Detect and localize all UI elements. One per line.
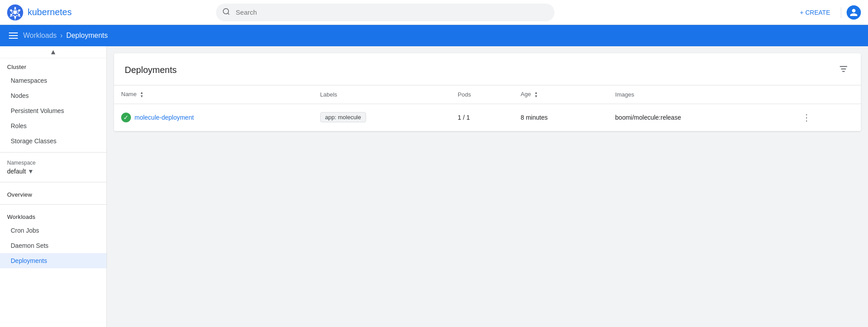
sidebar-item-nodes[interactable]: Nodes: [0, 88, 106, 103]
search-bar: [216, 4, 554, 21]
main-content: Deployments Name ▲▼: [107, 46, 868, 327]
deployments-card: Deployments Name ▲▼: [114, 53, 861, 131]
sidebar-divider-3: [0, 204, 106, 205]
breadcrumb-bar: Workloads › Deployments: [0, 25, 868, 46]
col-labels: Labels: [313, 85, 451, 104]
table-header: Name ▲▼ Labels Pods Age ▲▼: [114, 85, 861, 104]
cluster-section-header: Cluster: [0, 58, 106, 73]
search-input[interactable]: [216, 4, 554, 21]
main-layout: ▲ Cluster Namespaces Nodes Persistent Vo…: [0, 46, 868, 327]
svg-point-3: [14, 16, 16, 18]
namespace-selector: Namespace default ▼: [0, 156, 106, 178]
card-header: Deployments: [114, 53, 861, 85]
overview-section-header: Overview: [0, 186, 106, 201]
svg-point-1: [13, 11, 17, 14]
top-nav: kubernetes + CREATE: [0, 0, 868, 25]
svg-point-2: [14, 7, 16, 9]
namespace-label: Namespace: [7, 160, 99, 166]
row-menu-button[interactable]: ⋮: [799, 110, 815, 125]
col-pods: Pods: [451, 85, 513, 104]
hamburger-button[interactable]: [7, 31, 20, 40]
age-sort-arrows: ▲▼: [534, 91, 538, 98]
workloads-section-header: Workloads: [0, 208, 106, 223]
deployment-name-link[interactable]: molecule-deployment: [134, 114, 194, 121]
namespace-value: default: [7, 168, 26, 175]
breadcrumb-parent[interactable]: Workloads: [23, 32, 57, 40]
svg-point-6: [10, 14, 12, 16]
status-icon: ✓: [121, 113, 131, 122]
sidebar-item-roles[interactable]: Roles: [0, 118, 106, 133]
sidebar: ▲ Cluster Namespaces Nodes Persistent Vo…: [0, 46, 107, 327]
col-name[interactable]: Name ▲▼: [114, 85, 313, 104]
breadcrumb-current: Deployments: [66, 32, 108, 40]
namespace-dropdown-icon: ▼: [28, 168, 34, 175]
sidebar-divider-2: [0, 182, 106, 182]
name-sort-arrows: ▲▼: [140, 91, 143, 98]
deployments-table: Name ▲▼ Labels Pods Age ▲▼: [114, 85, 861, 131]
sidebar-item-persistent-volumes[interactable]: Persistent Volumes: [0, 103, 106, 118]
svg-point-7: [18, 14, 20, 16]
image-cell: boomi/molecule:release: [608, 104, 791, 131]
table-body: ✓ molecule-deployment app: molecule 1 / …: [114, 104, 861, 131]
sidebar-item-namespaces[interactable]: Namespaces: [0, 73, 106, 88]
col-actions: [791, 85, 861, 104]
nav-divider: [841, 7, 841, 18]
svg-point-4: [10, 9, 12, 11]
create-button[interactable]: + CREATE: [795, 5, 835, 20]
breadcrumb-separator: ›: [60, 32, 62, 40]
col-age[interactable]: Age ▲▼: [513, 85, 608, 104]
page-title: Deployments: [125, 65, 177, 75]
logo-area: kubernetes: [7, 4, 96, 20]
top-nav-right: + CREATE: [795, 5, 861, 20]
pods-cell: 1 / 1: [451, 104, 513, 131]
namespace-select[interactable]: default ▼: [7, 168, 99, 175]
name-cell: ✓ molecule-deployment: [114, 104, 313, 131]
avatar[interactable]: [847, 5, 861, 20]
sidebar-item-deployments[interactable]: Deployments: [0, 253, 106, 268]
svg-line-9: [228, 13, 229, 14]
logo-text: kubernetes: [28, 7, 72, 17]
col-images: Images: [608, 85, 791, 104]
scroll-up-button[interactable]: ▲: [50, 48, 57, 56]
create-label: CREATE: [805, 9, 830, 16]
table-row: ✓ molecule-deployment app: molecule 1 / …: [114, 104, 861, 131]
sidebar-item-daemon-sets[interactable]: Daemon Sets: [0, 238, 106, 253]
filter-button[interactable]: [837, 62, 850, 78]
sidebar-scroll-up: ▲: [0, 46, 106, 58]
search-icon: [222, 8, 230, 17]
row-menu-cell: ⋮: [791, 104, 861, 131]
svg-point-5: [18, 9, 20, 11]
age-cell: 8 minutes: [513, 104, 608, 131]
sidebar-item-cron-jobs[interactable]: Cron Jobs: [0, 223, 106, 238]
sidebar-divider-1: [0, 152, 106, 153]
label-chip: app: molecule: [320, 112, 366, 122]
svg-point-8: [224, 8, 229, 14]
kubernetes-logo-icon: [7, 4, 23, 20]
sidebar-item-storage-classes[interactable]: Storage Classes: [0, 133, 106, 149]
labels-cell: app: molecule: [313, 104, 451, 131]
create-plus-icon: +: [800, 9, 803, 16]
